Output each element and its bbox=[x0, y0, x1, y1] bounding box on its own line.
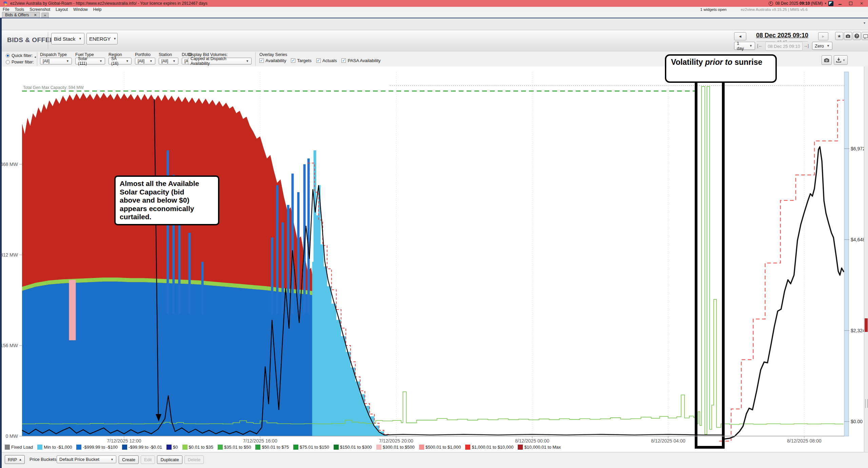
overlay-option-availability[interactable]: ✓Availability bbox=[259, 58, 286, 63]
minimize-button[interactable] bbox=[835, 1, 844, 6]
chevron-down-icon: ▼ bbox=[113, 37, 116, 40]
legend-item: $300.01 to $500 bbox=[376, 445, 415, 450]
window-titlebar: ez2view Australia by Global-Roam - https… bbox=[0, 0, 868, 7]
legend-swatch bbox=[218, 445, 223, 450]
menu-layout[interactable]: Layout bbox=[53, 7, 71, 12]
menu-window[interactable]: Window bbox=[71, 7, 91, 12]
legend-swatch bbox=[419, 445, 424, 450]
chevron-down-icon: ▼ bbox=[111, 458, 114, 461]
display-bid-volumes: Display Bid Volumes: Capped at Dispatch … bbox=[188, 52, 252, 64]
duplicate-button[interactable]: Duplicate bbox=[157, 455, 182, 464]
range-dropdown[interactable]: 1 day▼ bbox=[734, 42, 755, 50]
help-button[interactable]: ? bbox=[853, 32, 861, 40]
y-left-tick-label: 468 MW bbox=[0, 162, 18, 167]
restore-button[interactable] bbox=[846, 1, 855, 6]
menu-tools[interactable]: Tools bbox=[12, 7, 27, 12]
as-at-datetime-field[interactable]: 08 Dec 25 09:10 bbox=[765, 42, 803, 51]
bid-spike bbox=[297, 192, 299, 314]
bottom-bar: RRP▲ Price Buckets: Default Price Bucket… bbox=[2, 452, 868, 468]
chart-right-scrollbar[interactable] bbox=[844, 72, 849, 436]
checkbox[interactable]: ✓ bbox=[291, 58, 295, 63]
legend-swatch bbox=[255, 445, 260, 450]
favorite-star-button[interactable]: ★ bbox=[835, 32, 843, 40]
filter-fuel-type: Fuel TypeSolar (111)▼ bbox=[75, 52, 105, 66]
camera-icon bbox=[846, 34, 850, 38]
legend-swatch bbox=[293, 445, 298, 450]
checkbox[interactable]: ✓ bbox=[259, 58, 264, 63]
checkbox[interactable]: ✓ bbox=[341, 58, 346, 63]
filter-value: [All] bbox=[43, 59, 50, 63]
filter-dropdown-region[interactable]: SA (16)▼ bbox=[108, 58, 132, 64]
menu-help[interactable]: Help bbox=[91, 7, 104, 12]
legend-item: $1,000.01 to $10,000 bbox=[465, 445, 513, 450]
overlay-option-targets[interactable]: ✓Targets bbox=[291, 58, 312, 63]
filter-label: Dispatch Type bbox=[40, 52, 72, 57]
filter-dropdown-fuel-type[interactable]: Solar (111)▼ bbox=[75, 58, 105, 64]
overlay-series: Overlay Series ✓Availability✓Targets✓Act… bbox=[259, 52, 381, 63]
chart-canvas: Total Gen Max Capacity: 594 MW7/12/2025 … bbox=[2, 67, 864, 452]
bid-spike bbox=[291, 173, 294, 314]
titlebar-clock[interactable]: 08 Dec 2025 09:10 (NEM) bbox=[775, 1, 823, 6]
app-logo-icon bbox=[3, 1, 7, 5]
legend-swatch bbox=[376, 445, 381, 450]
tab-close-icon[interactable]: ✕ bbox=[34, 13, 37, 17]
price-bucket-dropdown[interactable]: Default Price Bucket▼ bbox=[57, 455, 116, 463]
create-button[interactable]: Create bbox=[119, 455, 139, 464]
filter-region: RegionSA (16)▼ bbox=[108, 52, 132, 66]
content-gap-band: ▾ bbox=[2, 18, 868, 30]
bid-spike bbox=[166, 150, 169, 314]
filter-value: SA (16) bbox=[111, 56, 123, 66]
filter-value: [All] bbox=[161, 59, 168, 63]
view-dropdown[interactable]: Bid Stack▼ bbox=[51, 33, 84, 44]
quick-filter-radio-row[interactable]: Quick filter: bbox=[6, 53, 33, 58]
overlay-option-pasa-availability[interactable]: ✓PASA Availability bbox=[341, 58, 380, 63]
filter-dropdown-station[interactable]: [All]▼ bbox=[159, 58, 178, 64]
overlay-option-actuals[interactable]: ✓Actuals bbox=[316, 58, 337, 63]
legend-item: $10,000.01 to Max bbox=[518, 445, 561, 450]
menu-file[interactable]: File bbox=[0, 7, 12, 12]
date-prev-button[interactable]: ◄ bbox=[734, 32, 746, 40]
quick-filter-radio[interactable] bbox=[6, 54, 10, 58]
version-status: ez2view Australia v9.15.25 | MMS v5.6 bbox=[741, 7, 808, 12]
chart-download-button[interactable]: ▼ bbox=[834, 55, 848, 65]
power-filter-radio[interactable] bbox=[6, 60, 10, 64]
offset-dropdown[interactable]: Zero▼ bbox=[812, 42, 832, 50]
legend-label: $0.01 to $35 bbox=[189, 445, 213, 450]
y-right-tick-label: $0.00 bbox=[851, 419, 863, 424]
tab-bids-offers[interactable]: Bids & Offers ✕ bbox=[2, 12, 40, 18]
camera-button[interactable] bbox=[844, 32, 852, 40]
legend-item: $75.01 to $150 bbox=[293, 445, 329, 450]
date-next-button[interactable]: ► bbox=[818, 32, 828, 40]
bid-spike bbox=[281, 222, 284, 314]
y-left-tick-label: 312 MW bbox=[0, 252, 18, 258]
legend-item: $0 bbox=[166, 445, 178, 450]
asat-right-arrow-icon: →| bbox=[803, 43, 809, 48]
y-left-tick-label: 0 MW bbox=[5, 433, 18, 439]
market-dropdown[interactable]: ENERGY▼ bbox=[86, 33, 118, 44]
menu-bar: FileToolsScreenshotLayoutWindowHelp 1 wi… bbox=[0, 7, 868, 12]
menu-screenshot[interactable]: Screenshot bbox=[27, 7, 53, 12]
clock-caret-icon[interactable]: ▾ bbox=[825, 2, 826, 5]
legend-item: -$99.99 to -$0.01 bbox=[122, 445, 162, 450]
filter-dropdown-portfolio[interactable]: [All]▼ bbox=[135, 58, 155, 64]
help-icon: ? bbox=[854, 34, 859, 38]
splitter-grip[interactable] bbox=[865, 399, 868, 408]
current-date[interactable]: 08 Dec 2025 09:10 bbox=[749, 32, 815, 39]
collapse-caret-icon[interactable]: ▾ bbox=[864, 21, 865, 25]
legend-label: -$999.99 to -$100 bbox=[83, 445, 118, 450]
checkbox-label: Actuals bbox=[322, 58, 337, 63]
checkbox[interactable]: ✓ bbox=[316, 58, 321, 63]
chevron-down-icon: ▼ bbox=[246, 59, 249, 63]
filter-collapse-icon[interactable]: ◂ bbox=[34, 55, 36, 59]
display-bid-volumes-dropdown[interactable]: Capped at Dispatch Availability▼ bbox=[188, 58, 252, 64]
chart-camera-button[interactable] bbox=[822, 55, 832, 65]
bid-stack-chart[interactable]: Total Gen Max Capacity: 594 MW7/12/2025 … bbox=[0, 67, 868, 452]
feedback-button[interactable] bbox=[862, 32, 868, 40]
right-splitter[interactable] bbox=[864, 67, 868, 452]
legend-label: Fixed Load bbox=[11, 445, 33, 450]
tab-add-button[interactable]: + bbox=[41, 13, 49, 18]
power-filter-radio-row[interactable]: Power filter: bbox=[6, 60, 34, 64]
rrp-panel-button[interactable]: RRP▲ bbox=[5, 455, 25, 464]
close-button[interactable]: ✕ bbox=[857, 1, 866, 6]
filter-dropdown-dispatch-type[interactable]: [All]▼ bbox=[40, 58, 72, 64]
